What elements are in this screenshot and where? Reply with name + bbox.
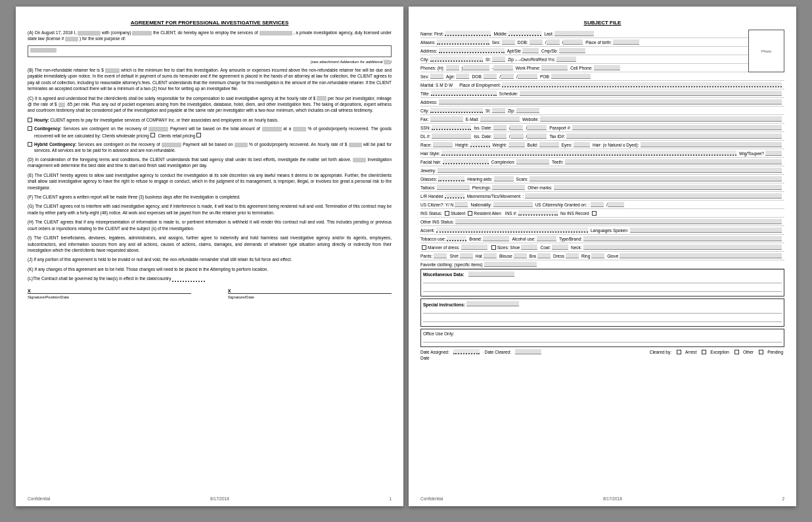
footer2-confidential: Confidential [420,496,443,501]
para-g: (G) The CLIENT agrees not to interfere w… [28,203,392,216]
misc-data-line1 [423,277,782,283]
resident-alien-checkbox[interactable] [468,211,472,216]
handed-row: L/R Handed Mannerisms/Tics/Movement: : [420,192,784,201]
sig-line-left [28,293,191,294]
facial-hair-row: Facial hair: Complexion: Teeth: [420,158,784,166]
page-2: SUBJECT FILE Name: First: Middle: Last: … [409,7,796,506]
para-f: (F) The CLIENT agrees a written report w… [28,194,392,200]
manner-checkbox[interactable] [422,245,426,250]
footer-page-num: 1 [389,496,392,501]
para-e: (E) The CLIENT hereby agrees to allow sa… [28,172,392,191]
para-i: (I) The CLIENT beneficiaries, devisees, … [28,235,392,253]
ssn-row: SSN: Iss. Date: / / Passport #: [420,124,784,132]
para-j: (J) If any portion of this agreement is … [28,256,392,262]
name-fields: Name: First: Middle: Last: Aliases: Sex:… [420,30,748,72]
page1-footer: Confidential 8/17/2018 1 [16,496,403,501]
sig-block-left: X Signature/Position/Date [28,289,191,299]
hybrid-checkbox[interactable] [28,142,32,147]
special-instructions-section: Special instructions: [420,298,784,327]
hourly-checkbox[interactable] [28,118,32,122]
pants-row: Pants: Shirt Hat Blouse Bra Dress Ring G… [420,252,784,260]
wholesale-checkbox[interactable] [150,133,155,137]
tobacco-row: Tobacco use: Brand: Alcohol use: Type/Br… [420,235,784,243]
fax-row: Fax: E-Mail: Website: [420,115,784,124]
attachment-note: (see attachment Addendum for additional … [28,60,392,64]
office-use-section: Office Use Only: [420,329,784,347]
favorite-clothing-row: Favorite clothing: (specific items) [420,260,784,269]
page-1: AGREEMENT FOR PROFESSIONAL INVESTIGATIVE… [16,7,403,506]
race-row: Race: Height: Weight: Build: Eyes: Hair:… [420,141,784,149]
hair-style-row: Hair Style: Wig/Toupee? [420,149,784,158]
footer-date: 8/17/2018 [210,496,229,501]
x-mark-left: X [28,289,191,293]
para-h: (H) The CLIENT agrees that if any misrep… [28,219,392,231]
para-c: (C) It is agreed and understood that the… [28,95,392,114]
footer-confidential: Confidential [28,496,50,501]
office-use-line [423,336,782,343]
no-ins-checkbox[interactable] [592,211,597,216]
sig-block-right: X Signature/Date [228,289,392,299]
para-d: (D) In consideration of the foregoing te… [28,156,392,169]
special-inst-line1 [423,307,782,314]
hourly-checkbox-row: Hourly: CLIENT agrees to pay for investi… [28,117,392,123]
city2-row: City: St: Zip: [420,107,784,115]
glasses-row: Glasses: Hearing aids: Scars: [420,175,784,183]
hybrid-checkbox-row: Hybrid Contingency: Services are conting… [28,141,392,154]
name-photo-row: Name: First: Middle: Last: Aliases: Sex:… [420,30,784,72]
phones-row: Phones: (H): ) - Work Phone: Cell Phone: [420,64,748,72]
contingency-checkbox[interactable] [28,126,32,131]
other-ins-row: Other INS Status: [420,218,784,226]
page1-title: AGREEMENT FOR PROFESSIONAL INVESTIGATIVE… [28,20,392,26]
misc-data-section: Miscellaneous Data: [420,269,784,297]
us-citizen-row: US Citizen?: Y/ N Nationality: US Citize… [420,201,784,209]
special-inst-line2 [423,316,782,322]
accent-row: Accent: Languages Spoken: [420,226,784,235]
address-row: Address: Apt/Ste Cmp/Sb: [420,47,748,55]
retail-checkbox[interactable] [196,133,201,137]
tattoos-row: Tattoos: Piercings: Other marks: [420,183,784,192]
jewelry-row: Jewelry: [420,166,784,175]
footer2-page-num: 2 [782,496,784,501]
sig-line-right [228,293,392,294]
misc-data-line2 [423,285,782,292]
sex-age-row: Sex: Age: DOB: / / POB: [420,72,784,81]
para-k: (K) If any changes of this agreement are… [28,266,392,272]
dl-row: DL #: Iss. Date: / / Tax ID#: [420,132,784,141]
ins-row: INS Status: Student Resident Alien INS #… [420,209,784,218]
marital-row: Marital: S M D W Place of Employment: [420,81,784,89]
other-checkbox[interactable] [734,350,739,354]
sizes-checkbox[interactable] [491,245,496,250]
student-checkbox[interactable] [445,211,449,216]
manner-dress-row: Manner of dress: Sizes: Shoe Coat: Neck: [420,243,784,252]
sig-label-left: Signature/Position/Date [28,295,191,299]
page2-title: SUBJECT FILE [420,20,784,26]
para-intro: (A) On August 17, 2018 I, with (company)… [28,30,392,42]
signature-area: X Signature/Position/Date X Signature/Da… [28,289,392,299]
date-label: Date [420,356,784,360]
arrest-checkbox[interactable] [677,350,681,354]
sig-label-right: Signature/Date [228,295,392,299]
address2-row: Address: [420,98,784,107]
page2-footer: Confidential 8/17/2018 2 [409,496,796,501]
alias-row: Aliases: Sex: DOB: / / Place of birth: [420,38,748,47]
x-mark-right: X [228,289,392,293]
title-row: Title: Schedule: [420,89,784,98]
para-b: (B) The non-refundable retainer fee is $… [28,67,392,92]
photo-box: Photo [748,30,784,72]
footer2-date: 8/17/2018 [603,496,622,501]
pending-checkbox[interactable] [759,350,763,354]
exception-checkbox[interactable] [702,350,706,354]
para-l: (L)The Contract shall be governed by the… [28,275,392,281]
city-row: City: St: Zip – – Own/Rnt/Red Yrs: [420,55,748,64]
date-assigned-row: Date Assigned: Date Cleared: Cleared by:… [420,349,784,354]
purpose-field [28,45,392,57]
contingency-checkbox-row: Contingency: Services are contingent on … [28,126,392,139]
name-row: Name: First: Middle: Last: [420,30,748,38]
